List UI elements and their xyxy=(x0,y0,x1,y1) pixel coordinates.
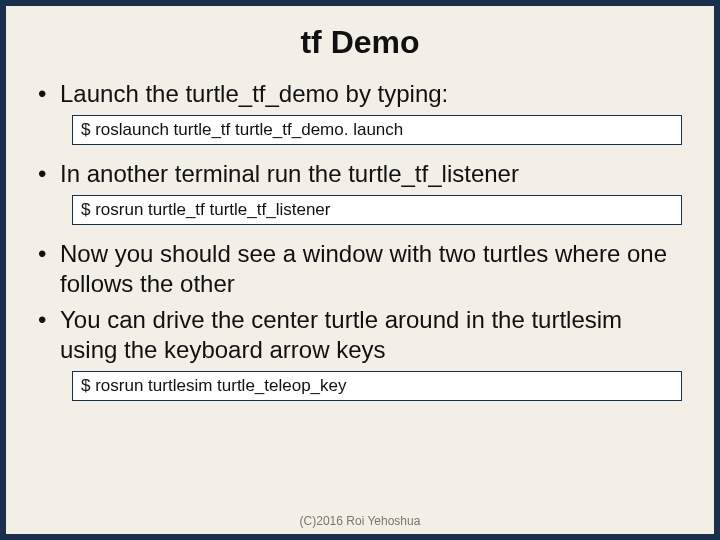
bullet-item: Now you should see a window with two tur… xyxy=(34,239,686,299)
bullet-list: Now you should see a window with two tur… xyxy=(34,239,686,365)
slide-title: tf Demo xyxy=(34,24,686,61)
command-box: $ rosrun turtle_tf turtle_tf_listener xyxy=(72,195,682,225)
bullet-item: In another terminal run the turtle_tf_li… xyxy=(34,159,686,189)
bullet-list: In another terminal run the turtle_tf_li… xyxy=(34,159,686,189)
command-box: $ roslaunch turtle_tf turtle_tf_demo. la… xyxy=(72,115,682,145)
bullet-item: You can drive the center turtle around i… xyxy=(34,305,686,365)
footer-copyright: (C)2016 Roi Yehoshua xyxy=(6,514,714,528)
command-box: $ rosrun turtlesim turtle_teleop_key xyxy=(72,371,682,401)
bullet-list: Launch the turtle_tf_demo by typing: xyxy=(34,79,686,109)
slide: tf Demo Launch the turtle_tf_demo by typ… xyxy=(6,6,714,534)
bullet-item: Launch the turtle_tf_demo by typing: xyxy=(34,79,686,109)
